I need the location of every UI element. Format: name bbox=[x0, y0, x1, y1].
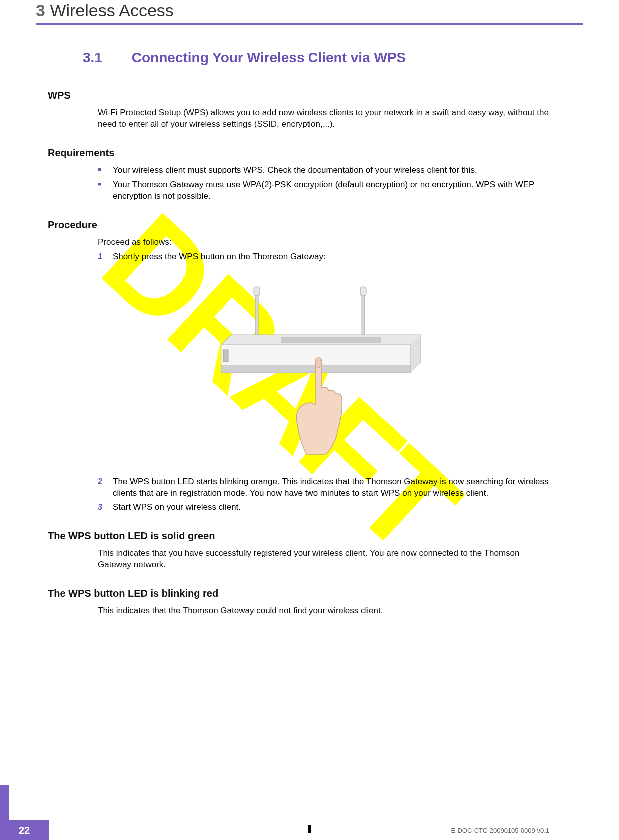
blinking-red-text: This indicates that the Thomson Gateway … bbox=[98, 605, 549, 617]
step-number: 2 bbox=[98, 476, 102, 487]
chapter-title-text: Wireless Access bbox=[50, 1, 174, 20]
step-number: 3 bbox=[98, 502, 102, 513]
page-header: 3 Wireless Access bbox=[0, 0, 619, 25]
svg-rect-0 bbox=[255, 290, 258, 335]
list-item: Your wireless client must supports WPS. … bbox=[98, 165, 549, 176]
svg-rect-8 bbox=[223, 350, 228, 362]
chapter-number: 3 bbox=[36, 1, 45, 20]
svg-rect-1 bbox=[254, 287, 260, 296]
step-number: 1 bbox=[98, 251, 102, 262]
step-text: The WPS button LED starts blinking orang… bbox=[113, 477, 548, 498]
list-item: 2 The WPS button LED starts blinking ora… bbox=[98, 476, 549, 499]
section-number: 3.1 bbox=[83, 50, 128, 66]
procedure-intro: Proceed as follows: bbox=[98, 237, 549, 248]
document-code: E-DOC-CTC-20090105-0009 v0.1 bbox=[451, 827, 549, 834]
footer-accent bbox=[0, 785, 9, 820]
section-heading: 3.1 Connecting Your Wireless Client via … bbox=[83, 50, 549, 66]
router-figure bbox=[201, 275, 431, 464]
procedure-list-cont: 2 The WPS button LED starts blinking ora… bbox=[98, 476, 549, 514]
page-footer: 22 E-DOC-CTC-20090105-0009 v0.1 bbox=[0, 810, 619, 840]
router-illustration-icon bbox=[201, 275, 431, 464]
list-item: 1 Shortly press the WPS button on the Th… bbox=[98, 251, 549, 263]
procedure-list: 1 Shortly press the WPS button on the Th… bbox=[98, 251, 549, 263]
step-text: Start WPS on your wireless client. bbox=[113, 502, 241, 512]
requirements-list: Your wireless client must supports WPS. … bbox=[98, 165, 549, 202]
svg-rect-2 bbox=[362, 290, 365, 335]
solid-green-text: This indicates that you have successfull… bbox=[98, 548, 549, 571]
step-text: Shortly press the WPS button on the Thom… bbox=[113, 252, 326, 261]
section-title: Connecting Your Wireless Client via WPS bbox=[132, 50, 406, 65]
svg-point-10 bbox=[316, 360, 322, 368]
svg-rect-3 bbox=[360, 287, 366, 296]
subhead-solid-green: The WPS button LED is solid green bbox=[48, 530, 549, 542]
wps-description: Wi-Fi Protected Setup (WPS) allows you t… bbox=[98, 107, 549, 130]
footer-center-mark bbox=[308, 825, 311, 833]
page-content: DRAFT 3.1 Connecting Your Wireless Clien… bbox=[0, 25, 619, 617]
subhead-wps: WPS bbox=[48, 90, 549, 101]
chapter-title: 3 Wireless Access bbox=[36, 0, 583, 25]
list-item: 3 Start WPS on your wireless client. bbox=[98, 502, 549, 513]
subhead-blinking-red: The WPS button LED is blinking red bbox=[48, 588, 549, 599]
list-item: Your Thomson Gateway must use WPA(2)-PSK… bbox=[98, 179, 549, 202]
subhead-procedure: Procedure bbox=[48, 219, 549, 231]
subhead-requirements: Requirements bbox=[48, 147, 549, 159]
page-number: 22 bbox=[0, 820, 49, 840]
svg-rect-9 bbox=[281, 337, 381, 343]
